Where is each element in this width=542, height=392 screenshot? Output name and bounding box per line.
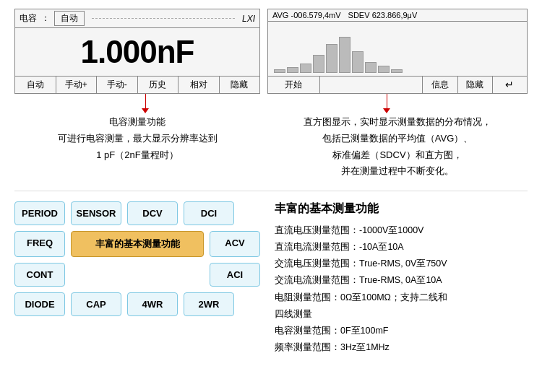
ann-right-line2: 包括已测量数据的平均值（AVG）、 <box>267 131 528 147</box>
ann-left-line2: 可进行电容测量，最大显示分辨率达到 <box>14 131 260 147</box>
btn-manual-plus[interactable]: 手动+ <box>56 77 98 93</box>
btn-manual-minus[interactable]: 手动- <box>97 77 138 93</box>
features-title: 丰富的基本测量功能 <box>275 201 528 217</box>
feature-item: 直流电流测量范围：-10A至10A <box>275 239 528 256</box>
lcd-top-bar: 电容 ： 自动 LXI <box>15 9 259 28</box>
btn-2wr[interactable]: 2WR <box>184 292 234 316</box>
btn-hide-left[interactable]: 隐藏 <box>220 77 260 93</box>
feature-item: 直流电压测量范围：-1000V至1000V <box>275 222 528 239</box>
feature-item: 交流电流测量范围：True-RMS, 0A至10A <box>275 272 528 289</box>
ann-left-line1: 电容测量功能 <box>14 114 260 131</box>
btn-start[interactable]: 开始 <box>268 77 320 93</box>
btn-row-4: DIODE CAP 4WR 2WR <box>14 292 260 316</box>
btn-acv[interactable]: ACV <box>210 231 260 257</box>
btn-row-1: PERIOD SENSOR DCV DCI <box>14 201 260 225</box>
ann-right-line1: 直方图显示，实时显示测量数据的分布情况， <box>267 114 528 131</box>
lcd-panel: 电容 ： 自动 LXI 1.000nF 自动 手动+ 手动- 历史 相对 隐藏 <box>14 9 260 94</box>
measurement-value: 1.000nF <box>15 28 259 76</box>
left-arrow-line <box>145 94 146 108</box>
right-arrow-line <box>387 94 387 108</box>
feature-item: 交流电压测量范围：True-RMS, 0V至750V <box>275 256 528 272</box>
features-list: 直流电压测量范围：-1000V至1000V直流电流测量范围：-10A至10A交流… <box>275 222 528 356</box>
right-arrow-indicator <box>383 94 390 113</box>
btn-cap[interactable]: CAP <box>71 292 121 316</box>
btn-aci[interactable]: ACI <box>210 263 260 287</box>
histogram-bar <box>391 69 403 73</box>
feature-item: 电阻测量范围：0Ω至100MΩ；支持二线和 <box>275 289 528 306</box>
left-arrow-head <box>142 108 149 113</box>
stats-button-row: 开始 信息 隐藏 ↵ <box>268 76 527 93</box>
sdev-value: 623.866,9μV <box>372 11 418 19</box>
btn-history[interactable]: 历史 <box>138 77 179 93</box>
btn-info[interactable]: 信息 <box>423 77 457 93</box>
stats-panel: AVG -006.579,4mV SDEV 623.866,9μV 开始 信息 … <box>267 9 528 94</box>
btn-auto[interactable]: 自动 <box>15 77 56 93</box>
btn-4wr[interactable]: 4WR <box>127 292 178 316</box>
btn-dci[interactable]: DCI <box>184 201 234 225</box>
histogram-bar <box>339 37 350 73</box>
histogram-bar <box>378 66 390 73</box>
separator: ： <box>41 12 50 25</box>
annotation-section: 电容测量功能 可进行电容测量，最大显示分辨率达到 1 pF（2nF量程时） 直方… <box>0 94 542 188</box>
histogram-bar <box>365 62 377 73</box>
sdev-display: SDEV 623.866,9μV <box>348 11 418 19</box>
btn-dcv[interactable]: DCV <box>127 201 178 225</box>
btn-row-2: FREQ 丰富的基本测量功能 ACV <box>14 231 260 257</box>
annotation-left-text: 电容测量功能 可进行电容测量，最大显示分辨率达到 1 pF（2nF量程时） <box>14 114 260 163</box>
btn-cont[interactable]: CONT <box>14 263 65 287</box>
feature-item: 频率测量范围：3Hz至1MHz <box>275 339 528 356</box>
histogram-bar <box>326 44 337 73</box>
avg-value: -006.579,4mV <box>291 11 340 19</box>
btn-period[interactable]: PERIOD <box>14 201 65 225</box>
auto-mode: 自动 <box>54 11 85 26</box>
dots-divider <box>92 18 235 19</box>
sdev-label: SDEV <box>348 11 370 19</box>
avg-label: AVG <box>272 11 288 19</box>
histogram-bar <box>352 51 364 73</box>
btn-arrow[interactable]: ↵ <box>493 77 527 93</box>
annotation-right-text: 直方图显示，实时显示测量数据的分布情况， 包括已测量数据的平均值（AVG）、 标… <box>267 114 528 180</box>
btn-hide-right[interactable]: 隐藏 <box>458 77 493 93</box>
measurement-button-grid: PERIOD SENSOR DCV DCI FREQ 丰富的基本测量功能 ACV… <box>14 201 260 389</box>
histogram-bar <box>287 67 298 73</box>
feature-item: 四线测量 <box>275 306 528 323</box>
capacitor-label: 电容 <box>20 12 37 25</box>
btn-empty <box>71 263 204 287</box>
ann-left-line3: 1 pF（2nF量程时） <box>14 147 260 164</box>
histogram-bar <box>313 55 324 73</box>
btn-features[interactable]: 丰富的基本测量功能 <box>71 231 204 257</box>
feature-item: 电容测量范围：0F至100mF <box>275 323 528 339</box>
btn-row-3: CONT ACI <box>14 263 260 287</box>
btn-sensor[interactable]: SENSOR <box>71 201 121 225</box>
lxi-label: LXI <box>242 14 255 24</box>
btn-spacer <box>320 77 423 93</box>
avg-display: AVG -006.579,4mV <box>272 11 341 19</box>
bottom-section: PERIOD SENSOR DCV DCI FREQ 丰富的基本测量功能 ACV… <box>0 194 542 392</box>
histogram-chart <box>268 22 527 76</box>
lcd-button-row: 自动 手动+ 手动- 历史 相对 隐藏 <box>15 76 259 93</box>
features-panel: 丰富的基本测量功能 直流电压测量范围：-1000V至1000V直流电流测量范围：… <box>275 201 528 389</box>
histogram-bar <box>300 64 311 73</box>
btn-freq[interactable]: FREQ <box>14 231 65 257</box>
left-arrow-indicator <box>142 94 149 113</box>
histogram-bar <box>274 69 285 73</box>
section-divider <box>14 191 528 191</box>
btn-relative[interactable]: 相对 <box>178 77 220 93</box>
btn-diode[interactable]: DIODE <box>14 292 65 316</box>
ann-right-line3: 标准偏差（SDCV）和直方图， <box>267 147 528 164</box>
stats-top-bar: AVG -006.579,4mV SDEV 623.866,9μV <box>268 9 527 22</box>
top-section: 电容 ： 自动 LXI 1.000nF 自动 手动+ 手动- 历史 相对 隐藏 … <box>0 0 542 94</box>
right-arrow-head <box>383 108 390 113</box>
ann-right-line4: 并在测量过程中不断变化。 <box>267 163 528 180</box>
